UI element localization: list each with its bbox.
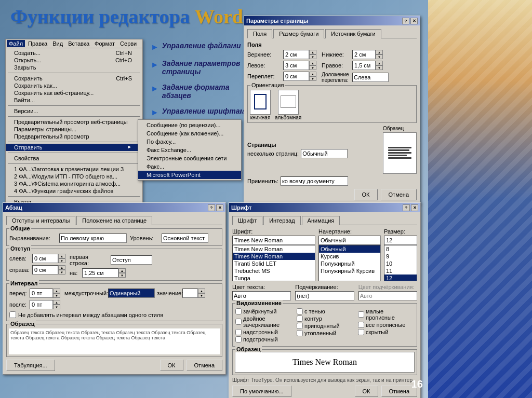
menu-item-find[interactable]: Вайти... — [6, 97, 142, 104]
top-margin-input[interactable]: ▲▼ — [283, 50, 316, 59]
submenu-item-6[interactable]: Факс... — [138, 162, 241, 171]
landscape-btn[interactable] — [278, 90, 299, 115]
style-listbox[interactable]: Обычный Курсив Полужирный Полужирный Кур… — [318, 245, 381, 281]
size-item-5[interactable]: 12 — [384, 275, 417, 281]
abzac-cancel-btn[interactable]: Отмена — [187, 360, 222, 371]
underline-select[interactable]: (нет) — [295, 291, 354, 300]
menu-item-saveweb[interactable]: Сохранить как веб-страницу... — [6, 89, 142, 97]
tab-font[interactable]: Шрифт — [232, 216, 262, 225]
shrift-help-btn[interactable]: ? — [403, 204, 410, 211]
menu-file[interactable]: Файл — [7, 40, 25, 47]
params-help-btn[interactable]: ? — [402, 18, 409, 24]
menu-item-send[interactable]: Отправить► — [6, 144, 142, 151]
hidden-check[interactable] — [358, 329, 364, 335]
line-spacing-select[interactable]: Одинарный Полуторный Двойной Минимум Точ… — [108, 289, 155, 298]
menu-item-recent2[interactable]: 2 ФА...\Модули ИТП - ПТО общего на... — [6, 173, 142, 180]
font-item-3[interactable]: Tiranti Solid LET — [233, 260, 315, 267]
size-item-4[interactable]: 11 — [384, 267, 417, 275]
menu-item-pageparams[interactable]: Параметры страницы... — [6, 126, 142, 133]
font-item-4[interactable]: Trebuchet MS — [233, 267, 315, 275]
text-color-select[interactable]: Авто — [232, 291, 291, 300]
right-margin-input[interactable]: ▲▼ — [352, 61, 383, 70]
align-select[interactable]: По левому краю — [59, 234, 127, 243]
underline-color-select[interactable]: Авто — [358, 291, 417, 300]
menu-insert[interactable]: Вставка — [66, 40, 91, 47]
font-listbox[interactable]: Times New Roman Times New Roman Tiranti … — [232, 245, 315, 281]
menu-service[interactable]: Серви — [118, 40, 139, 47]
tab-indent-spacing[interactable]: Отступы и интервалы — [6, 216, 75, 225]
level-select[interactable]: Основной текст — [162, 234, 208, 243]
size-item-1[interactable]: 8 — [384, 245, 417, 253]
menu-item-open[interactable]: Открыть...Ctrl+O — [6, 57, 142, 64]
tab-page-position[interactable]: Положение на странице — [76, 216, 152, 225]
menu-format[interactable]: Формат — [92, 40, 117, 47]
submenu-item-3[interactable]: По факсу... — [138, 138, 241, 146]
double-strikethrough-check[interactable] — [235, 319, 242, 325]
shrift-close-btn[interactable]: ✕ — [411, 204, 418, 211]
gutter-input[interactable]: ▲▼ — [283, 72, 316, 81]
size-item-3[interactable]: 10 — [384, 260, 417, 267]
tab-animation[interactable]: Анимация — [302, 216, 340, 225]
no-add-spacing-checkbox[interactable] — [9, 311, 16, 318]
style-item-1[interactable]: Обычный — [319, 245, 380, 253]
all-caps-check[interactable] — [358, 322, 364, 328]
font-item-2[interactable]: Times New Roman — [233, 253, 315, 260]
first-line-by-input[interactable]: ▲▼ — [82, 268, 126, 278]
size-item-2[interactable]: 9 — [384, 253, 417, 260]
tab-paper-size[interactable]: Размер бумаги — [273, 29, 324, 38]
style-input[interactable] — [318, 236, 381, 245]
tab-paper-source[interactable]: Источник бумаги — [325, 29, 381, 38]
after-input[interactable]: ▲▼ — [30, 300, 60, 309]
size-listbox[interactable]: 8 9 10 11 12 — [384, 245, 417, 281]
small-caps-check[interactable] — [358, 311, 364, 318]
menu-item-recent4[interactable]: 4 ФА...\Функции графических файлов — [6, 187, 142, 195]
menu-item-save[interactable]: СохранитьCtrl+S — [6, 75, 142, 82]
size-input[interactable] — [384, 236, 417, 245]
style-item-4[interactable]: Полужирный Курсив — [319, 267, 380, 275]
bottom-margin-input[interactable]: ▲▼ — [352, 50, 383, 59]
subscript-check[interactable] — [235, 336, 242, 342]
submenu-item-7[interactable]: Microsoft PowerPoint — [138, 171, 241, 179]
indent-left-input[interactable]: ▲▼ — [32, 254, 65, 263]
spacing-value-input[interactable]: ▲▼ — [182, 289, 205, 298]
menu-item-recent1[interactable]: 1 ФА...\Заготовка к презентации лекции 3 — [6, 166, 142, 173]
shadow-check[interactable] — [297, 308, 303, 314]
strikethrough-check[interactable] — [235, 308, 242, 314]
font-input[interactable] — [232, 236, 315, 245]
params-close-btn[interactable]: ✕ — [410, 18, 418, 24]
params-cancel-btn[interactable]: Отмена — [381, 189, 417, 200]
params-ok-btn[interactable]: ОК — [354, 189, 378, 200]
menu-item-recent3[interactable]: 3 ФА...\ФСistema мониторинга атмосф... — [6, 180, 142, 187]
portrait-btn[interactable] — [250, 90, 271, 115]
abzac-tab-btn[interactable]: Табуляция... — [6, 360, 55, 371]
menu-view[interactable]: Вид — [50, 40, 65, 47]
font-item-5[interactable]: Tunga — [233, 275, 315, 281]
superscript-check[interactable] — [235, 329, 242, 335]
before-input[interactable]: ▲▼ — [30, 289, 60, 298]
menu-item-new[interactable]: Создать...Ctrl+N — [6, 49, 142, 57]
submenu-item-4[interactable]: Факс Exchange... — [138, 146, 241, 154]
menu-item-close[interactable]: Закрыть — [6, 64, 142, 71]
outline-check[interactable] — [297, 315, 303, 322]
indent-right-input[interactable]: ▲▼ — [32, 265, 65, 275]
menu-item-preview[interactable]: Предварительный просмотр — [6, 133, 142, 140]
menu-edit[interactable]: Правка — [26, 40, 49, 47]
menu-item-versions[interactable]: Версии... — [6, 107, 142, 115]
apply-select[interactable]: ко всему документу — [281, 176, 348, 186]
menu-item-properties[interactable]: Свойства — [6, 155, 142, 162]
submenu-item-1[interactable]: Сообщение (по рецензии)... — [138, 121, 241, 129]
abzac-close-btn[interactable]: ✕ — [216, 204, 223, 211]
menu-item-saveas[interactable]: Сохранить как... — [6, 82, 142, 89]
sunken-check[interactable] — [297, 330, 303, 336]
shrift-ok-btn[interactable]: ОК — [355, 386, 378, 397]
menu-item-webpreview[interactable]: Предварительный просмотр веб-страницы — [6, 118, 142, 126]
tab-spacing[interactable]: Интервад — [263, 216, 300, 225]
abzac-help-btn[interactable]: ? — [208, 204, 215, 211]
submenu-item-5[interactable]: Электронные сообщения сети — [138, 154, 241, 162]
font-item-1[interactable]: Times New Roman — [233, 245, 315, 253]
first-line-select[interactable]: Отступ — [111, 255, 152, 265]
tab-fields[interactable]: Поля — [247, 29, 272, 38]
style-item-2[interactable]: Курсив — [319, 253, 380, 260]
shrift-default-btn[interactable]: По умолчанию... — [232, 386, 291, 397]
abzac-ok-btn[interactable]: ОК — [160, 360, 183, 371]
